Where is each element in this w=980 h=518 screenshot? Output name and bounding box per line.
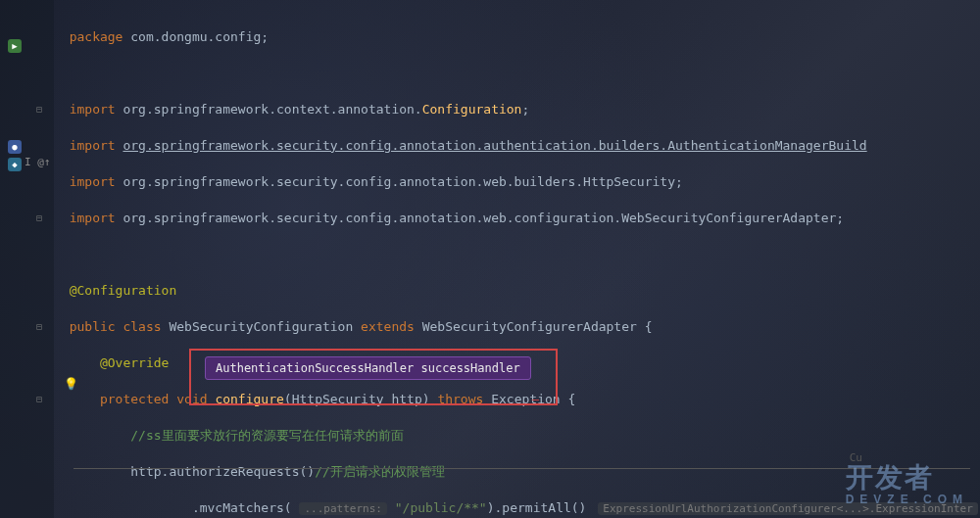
- fold-icon[interactable]: ⊟: [36, 210, 42, 228]
- watermark: 开发者 DEVZE.COM: [846, 459, 968, 506]
- code-line: ⊟ import org.springframework.security.co…: [54, 210, 980, 228]
- separator: [74, 468, 970, 469]
- code-line: .mvcMatchers( ...patterns: "/public/**")…: [54, 499, 980, 518]
- class-icon[interactable]: ●: [8, 140, 22, 154]
- code-line: package com.dongmu.config;: [54, 28, 980, 47]
- code-line: ⊟ import org.springframework.context.ann…: [54, 101, 980, 119]
- code-line: //ss里面要求放行的资源要写在任何请求的前面: [54, 427, 980, 446]
- code-line: import org.springframework.security.conf…: [54, 137, 980, 156]
- code-line: import org.springframework.security.conf…: [54, 173, 980, 192]
- code-line: ⊟ protected void configure(HttpSecurity …: [54, 391, 980, 409]
- run-icon[interactable]: ▶: [8, 39, 22, 53]
- param-hint: ...patterns:: [299, 502, 386, 515]
- code-line: [54, 65, 980, 83]
- code-area[interactable]: package com.dongmu.config; ⊟ import org.…: [54, 10, 980, 518]
- fold-icon[interactable]: ⊟: [36, 391, 42, 409]
- code-line: @Configuration: [54, 282, 980, 301]
- code-editor[interactable]: ▶ ● ◆ I @↑ package com.dongmu.config; ⊟ …: [0, 0, 980, 518]
- fold-icon[interactable]: ⊟: [36, 101, 42, 119]
- code-line: [54, 246, 980, 264]
- intention-bulb-icon[interactable]: 💡: [64, 377, 78, 391]
- code-line: http.authorizeRequests()//开启请求的权限管理: [54, 463, 980, 482]
- override-marker[interactable]: I @↑: [24, 156, 51, 168]
- fold-icon[interactable]: ⊟: [36, 318, 42, 337]
- code-line: ⊟ public class WebSecurityConfiguration …: [54, 318, 980, 337]
- error-marker: —: [532, 393, 539, 406]
- gutter-icons: ▶ ● ◆: [8, 10, 22, 171]
- parameter-info-tooltip: AuthenticationSuccessHandler successHand…: [205, 356, 531, 380]
- spring-icon[interactable]: ◆: [8, 158, 22, 171]
- gutter: ▶ ● ◆ I @↑: [0, 0, 54, 518]
